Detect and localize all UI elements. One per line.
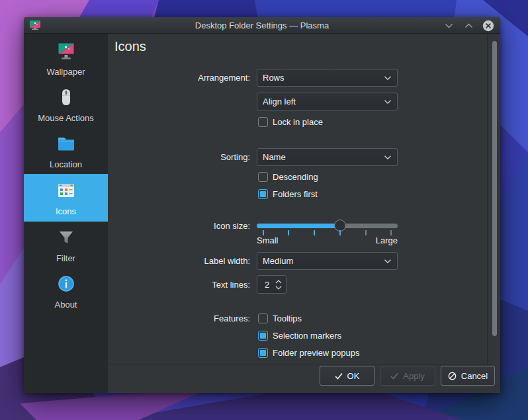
tooltips-checkbox[interactable] [258, 314, 268, 323]
sidebar-item-mouse-actions[interactable]: Mouse Actions [24, 81, 108, 128]
slider-tick [365, 230, 367, 235]
dialog-button-row: OK Apply Cancel [320, 366, 495, 386]
icon-size-min-label: Small [257, 235, 279, 245]
ok-button[interactable]: OK [320, 366, 374, 386]
arrangement-dropdown[interactable]: Rows [257, 69, 398, 87]
page-title: Icons [114, 39, 146, 54]
sidebar-item-label: Filter [56, 253, 75, 263]
lock-in-place-checkbox[interactable] [258, 117, 268, 127]
descending-label[interactable]: Descending [273, 172, 318, 182]
spin-up-icon[interactable] [275, 280, 282, 284]
scroll-frame-line [487, 34, 488, 364]
funnel-icon [56, 227, 77, 250]
scroll-frame-bottom-line [108, 364, 492, 364]
cancel-button-label: Cancel [461, 371, 488, 381]
chevron-down-icon [384, 259, 392, 264]
descending-row: Descending [108, 172, 318, 182]
check-icon [335, 372, 343, 380]
descending-checkbox[interactable] [258, 172, 268, 182]
vertical-scrollbar[interactable] [492, 41, 497, 336]
icon-size-minmax: Small Large [257, 235, 398, 245]
folder-preview-popups-label[interactable]: Folder preview popups [273, 348, 360, 358]
features-label: Features: [108, 314, 253, 323]
monitor-wallpaper-icon [55, 40, 77, 63]
sidebar-item-location[interactable]: Location [24, 128, 108, 174]
window-controls [443, 17, 494, 34]
window-title: Desktop Folder Settings — Plasma [24, 17, 500, 34]
arrangement-label: Arrangement: [108, 73, 253, 83]
lock-in-place-row: Lock in place [108, 117, 323, 127]
sidebar-item-icons[interactable]: Icons [24, 174, 108, 222]
sidebar-item-label: About [55, 300, 77, 310]
slider-tick [314, 230, 315, 235]
desktop-folder-settings-window: Desktop Folder Settings — Plasma [24, 17, 500, 393]
cancel-button[interactable]: Cancel [441, 366, 495, 386]
folder-preview-popups-checkbox[interactable] [258, 348, 268, 358]
text-lines-row: Text lines: 2 [108, 275, 286, 294]
chevron-down-icon [384, 75, 392, 81]
icon-size-label: Icon size: [108, 221, 253, 231]
sorting-dropdown[interactable]: Name [257, 148, 398, 166]
spin-down-icon[interactable] [275, 286, 282, 290]
text-lines-value: 2 [257, 280, 275, 290]
selection-markers-checkbox[interactable] [258, 331, 268, 341]
maximize-chevron-up-icon[interactable] [462, 20, 474, 32]
sorting-label: Sorting: [108, 152, 253, 162]
chevron-down-icon [384, 155, 392, 160]
sidebar-item-label: Icons [56, 206, 76, 216]
slider-tick [263, 230, 264, 235]
folders-first-row: Folders first [108, 189, 318, 199]
lock-in-place-label[interactable]: Lock in place [273, 117, 323, 127]
label-width-dropdown[interactable]: Medium [257, 252, 398, 270]
slider-tick [288, 230, 289, 235]
ok-button-label: OK [347, 371, 360, 381]
sidebar-item-label: Wallpaper [46, 67, 85, 77]
icons-settings-page: Icons Arrangement: Rows Align left [108, 34, 500, 393]
label-width-row: Label width: Medium [108, 252, 398, 270]
sidebar-item-label: Mouse Actions [38, 113, 94, 123]
sorting-value: Name [263, 152, 286, 162]
sidebar-item-about[interactable]: About [24, 268, 108, 314]
folders-first-label[interactable]: Folders first [273, 189, 318, 199]
selection-markers-label[interactable]: Selection markers [273, 331, 341, 341]
chevron-down-icon [384, 99, 392, 105]
info-icon [56, 273, 77, 296]
slider-tick [339, 230, 341, 235]
apply-button-label: Apply [403, 371, 425, 381]
cancel-icon [448, 372, 457, 380]
sidebar-item-wallpaper[interactable]: Wallpaper [24, 35, 108, 81]
sorting-row: Sorting: Name [108, 148, 398, 166]
apply-button[interactable]: Apply [380, 366, 435, 386]
icon-size-slider-fill [257, 224, 340, 228]
icon-size-max-label: Large [376, 235, 398, 245]
icons-view-icon [55, 180, 77, 203]
sidebar: Wallpaper Mouse Actions [24, 34, 108, 393]
tooltips-label[interactable]: Tooltips [273, 314, 302, 323]
features-selection-markers-row: Selection markers [108, 331, 341, 341]
shade-chevron-down-icon[interactable] [443, 20, 455, 32]
features-folder-preview-row: Folder preview popups [108, 348, 360, 358]
desktop: Desktop Folder Settings — Plasma [0, 0, 528, 420]
slider-tick [390, 230, 392, 235]
text-lines-spinner[interactable]: 2 [257, 275, 286, 294]
label-width-value: Medium [263, 256, 293, 266]
close-icon[interactable] [482, 20, 494, 32]
features-tooltips-row: Features: Tooltips [108, 314, 302, 323]
alignment-dropdown[interactable]: Align left [257, 93, 398, 110]
titlebar: Desktop Folder Settings — Plasma [24, 17, 500, 34]
arrangement-row: Arrangement: Rows [108, 69, 398, 87]
sidebar-item-label: Location [50, 159, 82, 169]
text-lines-label: Text lines: [108, 280, 253, 290]
mouse-icon [56, 87, 77, 110]
icon-size-ticks [257, 230, 398, 235]
label-width-label: Label width: [108, 256, 253, 266]
alignment-value: Align left [263, 97, 296, 106]
sidebar-item-filter[interactable]: Filter [24, 222, 108, 268]
folders-first-checkbox[interactable] [258, 189, 268, 199]
check-icon [390, 372, 398, 380]
folder-icon [55, 133, 77, 156]
alignment-row: Align left [108, 93, 398, 110]
arrangement-value: Rows [263, 73, 285, 83]
